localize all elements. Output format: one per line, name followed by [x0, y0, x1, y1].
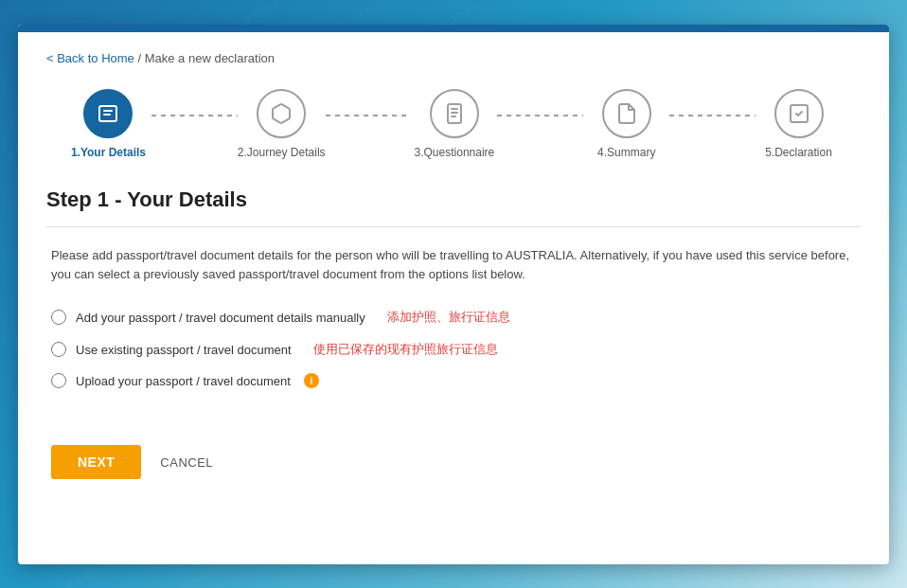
next-button[interactable]: NEXT: [51, 445, 141, 479]
step-4-circle: [602, 89, 651, 138]
connector-4-5: [669, 115, 756, 116]
button-row: NEXT CANCEL: [46, 445, 861, 479]
step-1: 1.Your Details: [65, 89, 151, 159]
back-to-home-link[interactable]: < Back to Home: [46, 51, 134, 65]
step-4-label: 4.Summary: [597, 146, 655, 159]
radio-option-1[interactable]: Add your passport / travel document deta…: [51, 309, 856, 326]
breadcrumb-separator: /: [134, 51, 145, 65]
step-5: 5.Declaration: [756, 89, 842, 159]
step-4: 4.Summary: [583, 89, 669, 159]
breadcrumb: < Back to Home / Make a new declaration: [46, 51, 861, 65]
radio-input-3[interactable]: [51, 373, 66, 388]
radio-option-2[interactable]: Use existing passport / travel document …: [51, 341, 856, 358]
divider: [46, 226, 861, 227]
step-5-circle: [774, 89, 824, 138]
radio-input-1[interactable]: [51, 310, 66, 325]
info-icon[interactable]: i: [304, 373, 319, 388]
radio-label-2-chinese: 使用已保存的现有护照旅行证信息: [313, 341, 498, 358]
radio-input-2[interactable]: [51, 342, 66, 357]
step-1-label: 1.Your Details: [71, 146, 146, 159]
step-3-label: 3.Questionnaire: [415, 146, 495, 159]
connector-2-3: [326, 115, 412, 116]
step-2-label: 2.Journey Details: [238, 146, 326, 159]
info-text: Please add passport/travel document deta…: [46, 246, 861, 286]
radio-label-1-chinese: 添加护照、旅行证信息: [387, 309, 510, 326]
stepper: 1.Your Details 2.Journey Details: [46, 89, 861, 159]
connector-1-2: [151, 115, 238, 116]
connector-3-4: [497, 115, 583, 116]
step-1-circle: [83, 89, 133, 138]
step-3: 3.Questionnaire: [411, 89, 497, 159]
radio-label-3: Upload your passport / travel document: [76, 374, 291, 388]
step-3-circle: [430, 89, 479, 138]
radio-option-3[interactable]: Upload your passport / travel document i: [51, 373, 856, 388]
radio-label-2: Use existing passport / travel document: [76, 343, 292, 357]
cancel-button[interactable]: CANCEL: [160, 455, 213, 470]
radio-label-1: Add your passport / travel document deta…: [76, 311, 365, 325]
step-2-circle: [257, 89, 306, 138]
breadcrumb-current: Make a new declaration: [145, 51, 275, 65]
top-bar: [18, 25, 889, 32]
step-2: 2.Journey Details: [238, 89, 326, 159]
step-heading: Step 1 - Your Details: [46, 187, 861, 212]
main-card: < Back to Home / Make a new declaration …: [18, 25, 889, 564]
step-5-label: 5.Declaration: [765, 146, 832, 159]
radio-group: Add your passport / travel document deta…: [46, 309, 861, 388]
